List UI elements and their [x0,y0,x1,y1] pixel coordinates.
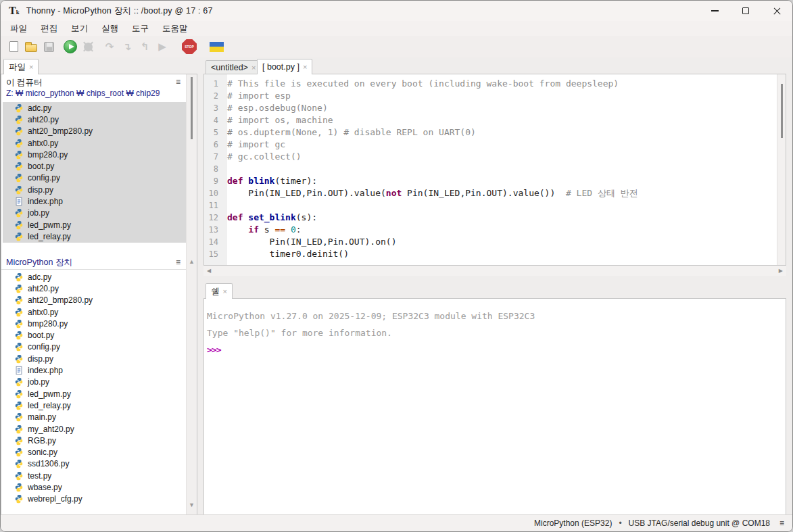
code-line[interactable]: 9def blink(timer): [204,175,776,187]
file-item[interactable]: sonic.py [3,446,186,458]
run-current-script-button[interactable] [63,39,78,55]
menu-icon[interactable]: ≡ [779,518,784,528]
code-line[interactable]: 7# gc.collect() [204,151,776,163]
file-item[interactable]: job.py [3,377,186,388]
file-item[interactable]: aht20_bmp280.py [3,126,186,137]
local-path-breadcrumb[interactable]: Z: ₩ micro_python ₩ chips_root ₩ chip29 [6,89,160,98]
file-item[interactable]: boot.py [3,329,186,341]
file-item[interactable]: webrepl_cfg.py [3,493,186,505]
stop-restart-button[interactable]: STOP [182,39,197,55]
new-file-button[interactable] [6,39,21,55]
menu-icon[interactable]: ≡ [176,77,181,87]
tab-shell[interactable]: 쉘 × [206,283,233,299]
file-item[interactable]: disp.py [3,184,186,195]
python-file-icon [14,494,24,504]
file-item[interactable]: my_aht20.py [3,423,186,435]
tab-files-label: 파일 [9,62,26,73]
menu-item[interactable]: 실행 [95,22,125,36]
code-line[interactable]: 2# import esp [204,90,776,102]
file-item[interactable]: aht20.py [3,283,186,294]
code-line[interactable]: 8 [204,163,776,175]
step-into-icon: ↴ [123,40,132,53]
file-item[interactable]: aht20_bmp280.py [3,295,186,306]
backend-label[interactable]: MicroPython (ESP32) [534,518,612,528]
file-item[interactable]: main.py [3,412,186,423]
file-item[interactable]: config.py [3,172,186,184]
close-icon[interactable]: × [29,63,33,71]
file-name: led_relay.py [28,232,71,241]
scroll-right-icon[interactable]: ▶ [779,268,783,274]
file-item[interactable]: bmp280.py [3,149,186,160]
open-file-button[interactable] [24,39,39,55]
code-line[interactable]: 1# This file is executed on every boot (… [204,78,776,90]
code-line[interactable]: 14 Pin(IN_LED,Pin.OUT).on() [204,236,776,248]
file-item[interactable]: adc.py [3,271,186,283]
minimize-button[interactable] [699,1,730,21]
file-item[interactable]: bmp280.py [3,318,186,329]
file-item[interactable]: ahtx0.py [3,306,186,318]
close-icon[interactable]: × [251,64,256,72]
tab-untitled[interactable]: <untitled> × [206,60,261,74]
code-line[interactable]: 12def set_blink(s): [204,212,776,224]
tab-files[interactable]: 파일 × [3,59,39,74]
close-button[interactable] [761,1,792,21]
file-item[interactable]: index.php [3,195,186,207]
files-scrollbar[interactable]: ▲ ▼ [186,74,197,515]
port-label[interactable]: USB JTAG/serial debug unit @ COM18 [629,518,770,528]
maximize-button[interactable] [730,1,761,21]
python-file-icon [14,150,24,160]
file-item[interactable]: aht20.py [3,114,186,125]
file-item[interactable]: wbase.py [3,481,186,493]
file-item[interactable]: led_pwm.py [3,388,186,400]
file-item[interactable]: boot.py [3,160,186,172]
file-item[interactable]: adc.py [3,102,186,114]
menu-item[interactable]: 파일 [3,22,34,36]
code-editor[interactable]: 1# This file is executed on every boot (… [203,74,786,266]
code-line[interactable]: 5# os.dupterm(None, 1) # disable REPL on… [204,126,776,139]
python-file-icon [14,319,24,329]
code-line[interactable]: 4# import os, machine [204,114,776,126]
scrollbar-thumb[interactable] [191,77,193,139]
code-text: # gc.collect() [223,151,302,163]
menu-item[interactable]: 편집 [34,22,64,36]
scroll-up-icon[interactable]: ▲ [189,258,195,265]
line-number: 13 [204,224,223,236]
tab-bootpy[interactable]: [ boot.py ] × [257,59,312,74]
code-line[interactable]: 6# import gc [204,139,776,151]
code-line[interactable]: 11 [204,199,776,212]
code-area[interactable]: 1# This file is executed on every boot (… [204,78,776,260]
code-line[interactable]: 13 if s == 0: [204,224,776,236]
menu-icon[interactable]: ≡ [176,258,181,267]
resume-icon: ▶ [158,40,166,53]
shell-prompt: >>> [207,341,786,358]
file-item[interactable]: index.php [3,364,186,376]
file-item[interactable]: ahtx0.py [3,137,186,149]
close-icon[interactable]: × [223,287,227,295]
scrollbar-thumb[interactable] [781,84,783,138]
file-item[interactable]: ssd1306.py [3,458,186,470]
python-file-icon [14,342,24,352]
shell-output[interactable]: MicroPython v1.27.0 on 2025-12-09; ESP32… [203,298,786,516]
editor-vertical-scrollbar[interactable] [777,74,786,265]
menu-item[interactable]: 도움말 [155,22,195,36]
editor-horizontal-scrollbar[interactable]: ◀ ▶ [203,266,786,276]
file-item[interactable]: test.py [3,470,186,481]
file-item[interactable]: led_pwm.py [3,219,186,231]
scroll-left-icon[interactable]: ◀ [207,268,211,274]
file-item[interactable]: led_relay.py [3,400,186,411]
file-name: wbase.py [28,483,62,492]
close-icon[interactable]: × [303,63,307,71]
file-item[interactable]: led_relay.py [3,231,186,242]
file-item[interactable]: disp.py [3,353,186,364]
file-item[interactable]: config.py [3,341,186,353]
file-item[interactable]: job.py [3,208,186,219]
menu-item[interactable]: 보기 [64,22,95,36]
menu-item[interactable]: 도구 [125,22,155,36]
scroll-down-icon[interactable]: ▼ [189,502,195,508]
file-item[interactable]: RGB.py [3,435,186,446]
shell-lines: MicroPython v1.27.0 on 2025-12-09; ESP32… [207,308,786,341]
code-line[interactable]: 3# esp.osdebug(None) [204,102,776,114]
ukraine-flag-icon[interactable] [209,39,224,55]
code-line[interactable]: 15 timer0.deinit() [204,248,776,260]
code-line[interactable]: 10 Pin(IN_LED,Pin.OUT).value(not Pin(IN_… [204,187,776,199]
